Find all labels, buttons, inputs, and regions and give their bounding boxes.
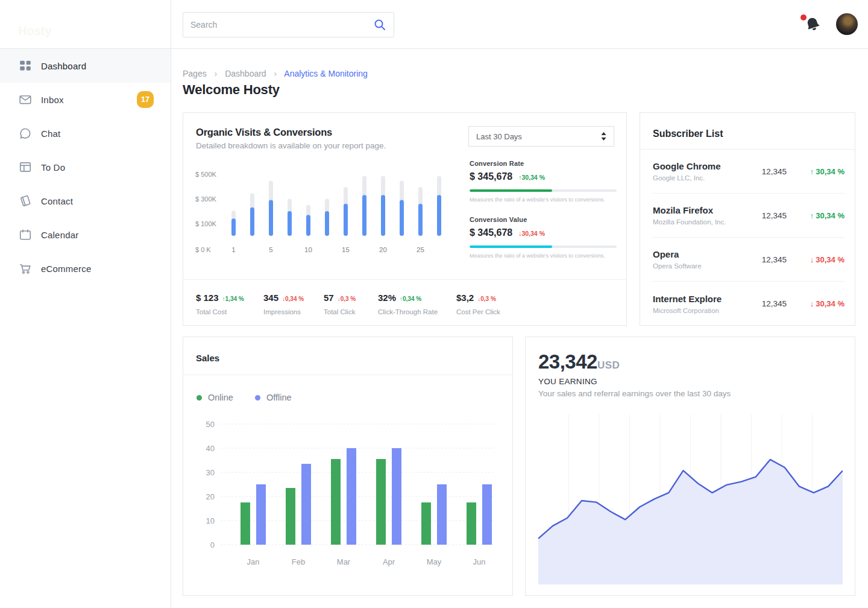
legend-dot-offline bbox=[255, 395, 260, 401]
svg-text:25: 25 bbox=[417, 246, 424, 253]
svg-text:40: 40 bbox=[206, 444, 215, 453]
svg-text:1: 1 bbox=[231, 246, 235, 253]
breadcrumb-separator: › bbox=[274, 69, 277, 78]
legend-dot-online bbox=[197, 395, 202, 401]
svg-text:20: 20 bbox=[379, 246, 387, 253]
svg-text:May: May bbox=[427, 557, 442, 566]
earnings-currency: USD bbox=[597, 359, 620, 372]
earnings-amount: 23,342 bbox=[538, 350, 597, 373]
list-item: Mozila Firefox Mozilla Foundation, Inc. … bbox=[653, 194, 844, 238]
svg-text:$ 100K: $ 100K bbox=[195, 220, 217, 227]
list-item: Google Chrome Google LLC, Inc. 12,345 30… bbox=[653, 150, 844, 194]
stat-value: 32% bbox=[378, 293, 396, 303]
stat-label: Total Cost bbox=[196, 308, 263, 315]
earnings-area-chart bbox=[538, 414, 843, 585]
stat-change: 0,34 % bbox=[400, 296, 421, 302]
subscriber-name: Internet Explore bbox=[653, 294, 752, 304]
metric-change: 30,34 % bbox=[518, 230, 545, 237]
sidebar-item-inbox[interactable]: Inbox 17 bbox=[0, 83, 171, 116]
organic-visits-card: Organic Visits & Conversions Detailed br… bbox=[183, 112, 627, 326]
search-box[interactable] bbox=[183, 12, 394, 37]
subscriber-name: Google Chrome bbox=[653, 161, 752, 171]
conversion-metrics: Conversion Rate $ 345,678 30,34 % Measur… bbox=[470, 160, 617, 272]
metric-label: Conversion Rate bbox=[470, 160, 617, 167]
sidebar-item-label: Dashboard bbox=[41, 61, 86, 71]
svg-text:10: 10 bbox=[206, 516, 215, 525]
sidebar-item-chat[interactable]: Chat bbox=[0, 116, 171, 150]
stat-value: $3,2 bbox=[456, 293, 474, 303]
svg-text:$ 500K: $ 500K bbox=[195, 171, 217, 178]
sidebar-item-label: Calendar bbox=[41, 230, 78, 240]
campaign-stats-row: $ 123 1,34 % Total Cost 345 0,34 % Impre… bbox=[196, 293, 620, 315]
svg-text:30: 30 bbox=[206, 468, 215, 477]
trend-arrow-icon bbox=[810, 255, 814, 264]
svg-text:$ 0 K: $ 0 K bbox=[195, 246, 211, 253]
legend-label-offline: Offline bbox=[266, 393, 292, 402]
chat-icon bbox=[19, 127, 32, 140]
stat-change: 0,3 % bbox=[338, 296, 356, 302]
contact-icon bbox=[19, 194, 32, 207]
svg-text:10: 10 bbox=[304, 246, 312, 253]
list-item: Internet Explore Microsoft Corporation 1… bbox=[653, 282, 844, 326]
stat-value: 345 bbox=[263, 293, 278, 303]
stat-label: Total Click bbox=[324, 308, 378, 315]
stat-change: 0,3 % bbox=[477, 296, 496, 302]
sidebar-item-label: Chat bbox=[41, 128, 61, 139]
subscriber-change: 30,34 % bbox=[793, 211, 844, 220]
search-icon[interactable] bbox=[373, 18, 386, 31]
trend-arrow-icon bbox=[810, 211, 814, 220]
svg-text:Jan: Jan bbox=[247, 557, 260, 566]
subscriber-change: 30,34 % bbox=[793, 255, 844, 264]
breadcrumb-pages[interactable]: Pages bbox=[183, 69, 207, 78]
subscriber-company: Mozilla Foundation, Inc. bbox=[653, 218, 752, 226]
stat-label: Impressions bbox=[263, 308, 324, 315]
sidebar-item-ecommerce[interactable]: eCommerce bbox=[0, 252, 171, 285]
sidebar-item-calendar[interactable]: Calendar bbox=[0, 218, 171, 252]
stat-click-through-rate: 32% 0,34 % Click-Through Rate bbox=[378, 293, 456, 315]
subscriber-company: Google LLC, Inc. bbox=[653, 174, 752, 182]
subscriber-change: 30,34 % bbox=[793, 299, 844, 308]
metric-caption: Measures the ratio of a website's visito… bbox=[470, 253, 617, 259]
sidebar-item-label: eCommerce bbox=[41, 264, 92, 274]
cart-icon bbox=[19, 262, 32, 275]
calendar-icon bbox=[19, 228, 32, 241]
date-range-value: Last 30 Days bbox=[476, 132, 601, 141]
subscriber-count: 12,345 bbox=[752, 255, 787, 264]
stat-total-cost: $ 123 1,34 % Total Cost bbox=[196, 293, 263, 315]
metric-value: $ 345,678 bbox=[470, 171, 512, 182]
sidebar-item-contact[interactable]: Contact bbox=[0, 184, 171, 218]
card-divider bbox=[183, 279, 626, 280]
stat-label: Click-Through Rate bbox=[378, 308, 456, 315]
user-avatar[interactable] bbox=[836, 13, 858, 35]
subscriber-count: 12,345 bbox=[752, 167, 787, 176]
svg-text:0: 0 bbox=[210, 540, 215, 549]
svg-text:Feb: Feb bbox=[292, 557, 305, 566]
stat-label: Cost Per Click bbox=[456, 308, 547, 315]
sidebar-item-label: Inbox bbox=[41, 95, 64, 105]
subscriber-name: Mozila Firefox bbox=[653, 205, 752, 215]
subscriber-rows: Google Chrome Google LLC, Inc. 12,345 30… bbox=[653, 150, 844, 326]
inbox-unread-badge: 17 bbox=[137, 91, 154, 108]
organic-bar-chart: $ 500K$ 300K$ 100K$ 0 K1510152025 bbox=[194, 167, 465, 256]
subscriber-change: 30,34 % bbox=[793, 167, 844, 176]
svg-text:5: 5 bbox=[269, 246, 272, 253]
sidebar-divider bbox=[171, 0, 171, 608]
stat-value: $ 123 bbox=[196, 293, 219, 303]
sidebar-item-dashboard[interactable]: Dashboard bbox=[0, 49, 171, 83]
search-input[interactable] bbox=[190, 20, 373, 30]
notification-dot bbox=[800, 14, 807, 21]
conversion-value-metric: Conversion Value $ 345,678 30,34 % Measu… bbox=[470, 216, 617, 259]
card-subtitle: Detailed breakdown is available on your … bbox=[196, 141, 386, 150]
metric-change: 30,34 % bbox=[518, 174, 545, 181]
stat-total-click: 57 0,3 % Total Click bbox=[324, 293, 378, 315]
sidebar-item-todo[interactable]: To Do bbox=[0, 150, 171, 184]
date-range-select[interactable]: Last 30 Days bbox=[468, 126, 614, 147]
svg-text:Apr: Apr bbox=[383, 557, 395, 566]
notifications-button[interactable] bbox=[800, 13, 821, 35]
grid-icon bbox=[19, 59, 32, 72]
metric-progress-fill bbox=[470, 245, 552, 248]
breadcrumb-dashboard[interactable]: Dashboard bbox=[225, 69, 266, 78]
metric-value: $ 345,678 bbox=[470, 227, 512, 238]
svg-text:50: 50 bbox=[206, 420, 215, 429]
breadcrumb-analytics[interactable]: Analytics & Monitoring bbox=[284, 69, 368, 78]
